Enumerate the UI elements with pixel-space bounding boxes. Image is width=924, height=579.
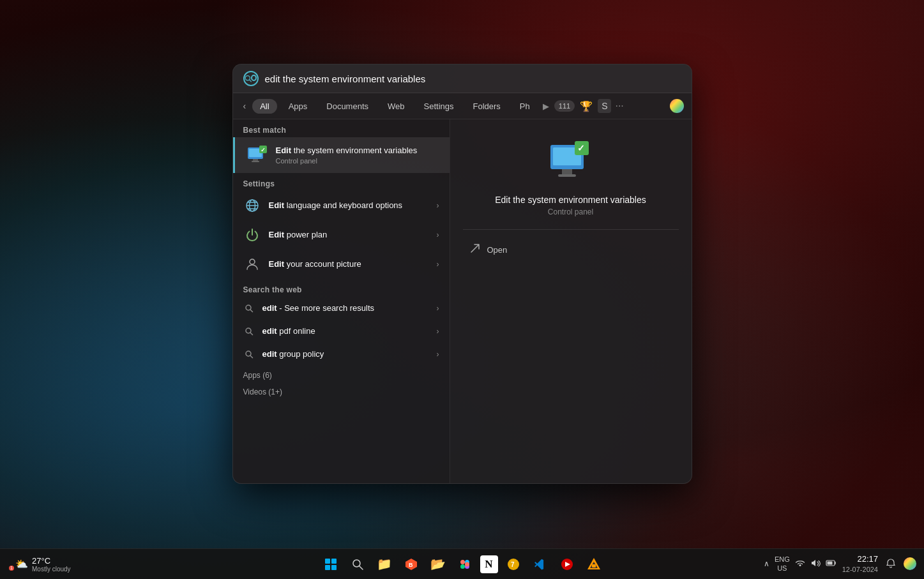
svg-text:✓: ✓ bbox=[577, 143, 585, 153]
search-right-panel: ✓ Edit the system environment variables … bbox=[450, 119, 692, 483]
tab-photos[interactable]: Ph bbox=[512, 99, 538, 114]
search-bar bbox=[233, 64, 692, 93]
language-icon bbox=[243, 197, 261, 214]
volume-icon[interactable] bbox=[810, 559, 821, 569]
best-match-icon: ✓ bbox=[245, 144, 268, 167]
back-button[interactable]: ‹ bbox=[241, 98, 249, 114]
web-item-3[interactable]: edit group policy › bbox=[233, 343, 450, 366]
trophy-icon: 🏆 bbox=[580, 100, 593, 112]
taskbar-right: ∧ ENG US bbox=[764, 553, 916, 575]
region-label: US bbox=[775, 564, 790, 573]
web-item-3-title: edit group policy bbox=[262, 349, 429, 360]
web-item-1-title: edit - See more search results bbox=[262, 303, 429, 314]
web-label: Search the web bbox=[233, 279, 450, 297]
open-icon bbox=[469, 243, 481, 257]
tab-folders[interactable]: Folders bbox=[466, 99, 508, 114]
power-chevron: › bbox=[437, 230, 439, 239]
more-arrow: ▶ bbox=[543, 102, 549, 111]
windows-button[interactable] bbox=[319, 553, 342, 576]
notification-bell[interactable] bbox=[883, 555, 898, 573]
taskbar-figma[interactable] bbox=[453, 553, 476, 576]
weather-condition: Mostly cloudy bbox=[32, 566, 71, 573]
svg-rect-41 bbox=[592, 564, 596, 568]
search-overlay: ‹ All Apps Documents Web Settings Folder… bbox=[232, 64, 692, 484]
best-match-text: Edit the system environment variables Co… bbox=[276, 146, 439, 165]
apps-section[interactable]: Apps (6) bbox=[233, 366, 450, 382]
settings-item-power[interactable]: Edit power plan › bbox=[233, 220, 450, 250]
settings-item-account[interactable]: Edit your account picture › bbox=[233, 250, 450, 279]
web-item-1-text: edit - See more search results bbox=[262, 303, 429, 314]
web-item-2-title: edit pdf online bbox=[262, 326, 429, 337]
best-match-item[interactable]: ✓ Edit the system environment variables … bbox=[233, 137, 450, 173]
clock-time: 22:17 bbox=[842, 553, 878, 565]
svg-rect-43 bbox=[827, 562, 832, 565]
clock[interactable]: 22:17 12-07-2024 bbox=[842, 553, 878, 575]
taskbar-vscode[interactable] bbox=[529, 553, 552, 576]
weather-info: 27°C Mostly cloudy bbox=[32, 556, 71, 573]
svg-rect-4 bbox=[253, 159, 258, 161]
search-icon bbox=[243, 71, 259, 86]
taskbar-notion[interactable]: N bbox=[480, 555, 498, 573]
web-item-1[interactable]: edit - See more search results › bbox=[233, 297, 450, 320]
taskbar-brave[interactable]: B bbox=[400, 553, 423, 576]
tray-up-arrow[interactable]: ∧ bbox=[764, 559, 769, 568]
svg-rect-30 bbox=[460, 560, 465, 564]
dots-more[interactable]: ··· bbox=[615, 100, 623, 112]
svg-rect-22 bbox=[562, 169, 572, 174]
open-action[interactable]: Open bbox=[463, 237, 679, 262]
taskbar-files[interactable]: 📂 bbox=[427, 553, 450, 576]
tab-documents[interactable]: Documents bbox=[319, 99, 376, 114]
lang-label: ENG bbox=[775, 555, 790, 564]
web-2-chevron: › bbox=[437, 327, 439, 336]
search-input[interactable] bbox=[265, 73, 681, 84]
settings-item-language[interactable]: Edit language and keyboard options › bbox=[233, 191, 450, 220]
web-search-icon-1 bbox=[243, 303, 255, 314]
taskbar-file-explorer[interactable]: 📁 bbox=[373, 553, 396, 576]
svg-point-26 bbox=[353, 560, 360, 567]
colorful-icon[interactable] bbox=[670, 99, 684, 113]
detail-subtitle: Control panel bbox=[548, 207, 593, 216]
windows-logo bbox=[325, 559, 337, 570]
taskbar-vlc[interactable] bbox=[582, 553, 605, 576]
power-item-title: Edit power plan bbox=[269, 230, 429, 241]
system-icons bbox=[795, 559, 837, 569]
web-3-chevron: › bbox=[437, 350, 439, 359]
svg-line-27 bbox=[360, 566, 363, 569]
svg-rect-23 bbox=[558, 174, 576, 177]
wifi-icon[interactable] bbox=[795, 559, 805, 569]
web-item-2-text: edit pdf online bbox=[262, 326, 429, 337]
svg-point-34 bbox=[465, 562, 469, 566]
language-item-title: Edit language and keyboard options bbox=[269, 200, 429, 211]
taskbar-search[interactable] bbox=[346, 553, 369, 576]
taskbar-colorful-icon[interactable] bbox=[904, 557, 916, 570]
detail-divider bbox=[463, 229, 679, 230]
power-item-text: Edit power plan bbox=[269, 230, 429, 241]
svg-rect-32 bbox=[460, 564, 465, 569]
account-chevron: › bbox=[437, 260, 439, 269]
detail-icon: ✓ bbox=[545, 139, 596, 184]
battery-icon[interactable] bbox=[826, 559, 837, 569]
tab-all[interactable]: All bbox=[252, 99, 276, 114]
best-match-title: Edit the system environment variables bbox=[276, 146, 439, 156]
taskbar-media[interactable] bbox=[556, 553, 579, 576]
language-indicator[interactable]: ENG US bbox=[775, 555, 790, 573]
detail-title: Edit the system environment variables bbox=[495, 195, 646, 205]
tab-settings[interactable]: Settings bbox=[416, 99, 462, 114]
best-match-subtitle: Control panel bbox=[276, 157, 439, 165]
settings-label: Settings bbox=[233, 173, 450, 191]
taskbar-app7[interactable]: 7 bbox=[502, 553, 525, 576]
web-item-3-text: edit group policy bbox=[262, 349, 429, 360]
tab-apps[interactable]: Apps bbox=[281, 99, 315, 114]
web-item-2[interactable]: edit pdf online › bbox=[233, 320, 450, 343]
videos-section[interactable]: Videos (1+) bbox=[233, 382, 450, 399]
notification-dot: 1 bbox=[9, 566, 14, 571]
taskbar-weather[interactable]: ⛅ 27°C Mostly cloudy bbox=[10, 553, 76, 575]
badge-111[interactable]: 111 bbox=[554, 100, 575, 112]
svg-line-19 bbox=[250, 356, 252, 357]
taskbar: 1 ⛅ 27°C Mostly cloudy bbox=[0, 548, 924, 579]
tab-web[interactable]: Web bbox=[380, 99, 413, 114]
web-search-icon-3 bbox=[243, 349, 255, 360]
best-match-label: Best match bbox=[233, 119, 450, 137]
svg-line-1 bbox=[249, 80, 251, 82]
power-icon bbox=[243, 226, 261, 244]
